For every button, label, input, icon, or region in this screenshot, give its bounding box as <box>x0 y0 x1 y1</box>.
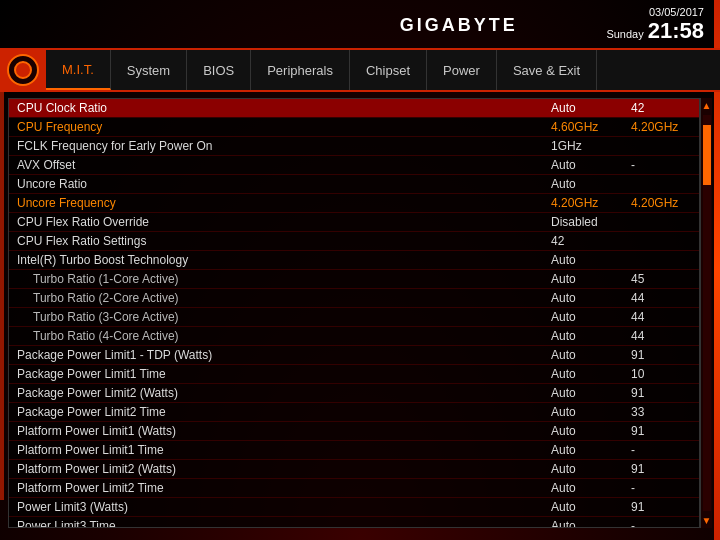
scrollbar-track[interactable] <box>703 115 711 511</box>
setting-label: Platform Power Limit2 (Watts) <box>17 462 551 476</box>
setting-value2: 4.20GHz <box>631 196 691 210</box>
setting-label: CPU Frequency <box>17 120 551 134</box>
setting-value1: Auto <box>551 329 631 343</box>
datetime: 03/05/2017 Sunday 21:58 <box>606 6 704 44</box>
setting-label: CPU Clock Ratio <box>17 101 551 115</box>
settings-row[interactable]: Turbo Ratio (2-Core Active)Auto44 <box>9 289 699 307</box>
setting-label: Turbo Ratio (4-Core Active) <box>17 329 551 343</box>
setting-value2: 45 <box>631 272 691 286</box>
settings-row[interactable]: Platform Power Limit1 TimeAuto- <box>9 441 699 459</box>
settings-container: CPU Clock RatioAuto42CPU Frequency4.60GH… <box>9 99 699 528</box>
settings-row[interactable]: Platform Power Limit1 (Watts)Auto91 <box>9 422 699 440</box>
settings-row[interactable]: Uncore Frequency4.20GHz4.20GHz <box>9 194 699 212</box>
nav-item-power[interactable]: Power <box>427 50 497 90</box>
navbar: M.I.T. System BIOS Peripherals Chipset P… <box>0 48 720 92</box>
settings-row[interactable]: Turbo Ratio (4-Core Active)Auto44 <box>9 327 699 345</box>
scroll-up-arrow[interactable]: ▲ <box>700 98 714 113</box>
setting-value2: - <box>631 519 691 528</box>
settings-row[interactable]: AVX OffsetAuto- <box>9 156 699 174</box>
nav-item-chipset[interactable]: Chipset <box>350 50 427 90</box>
setting-label: AVX Offset <box>17 158 551 172</box>
settings-row[interactable]: CPU Flex Ratio Settings42 <box>9 232 699 250</box>
setting-label: CPU Flex Ratio Settings <box>17 234 551 248</box>
setting-value1: Auto <box>551 443 631 457</box>
settings-row[interactable]: Platform Power Limit2 (Watts)Auto91 <box>9 460 699 478</box>
header: GIGABYTE 03/05/2017 Sunday 21:58 <box>0 0 720 44</box>
date-display: 03/05/2017 <box>606 6 704 18</box>
settings-row[interactable]: Turbo Ratio (1-Core Active)Auto45 <box>9 270 699 288</box>
setting-value2: 91 <box>631 348 691 362</box>
setting-value1: Auto <box>551 386 631 400</box>
scroll-down-arrow[interactable]: ▼ <box>700 513 714 528</box>
nav-item-peripherals[interactable]: Peripherals <box>251 50 350 90</box>
setting-value1: Auto <box>551 348 631 362</box>
setting-value2: 44 <box>631 310 691 324</box>
bottom-bar: Esc Back <box>0 534 720 540</box>
setting-value1: Auto <box>551 101 631 115</box>
setting-value1: Auto <box>551 272 631 286</box>
settings-row[interactable]: CPU Frequency4.60GHz4.20GHz <box>9 118 699 136</box>
scrollbar[interactable]: ▲ ▼ <box>700 98 712 528</box>
setting-value1: Auto <box>551 291 631 305</box>
settings-row[interactable]: FCLK Frequency for Early Power On1GHz <box>9 137 699 155</box>
setting-value1: Auto <box>551 158 631 172</box>
setting-label: Platform Power Limit1 Time <box>17 443 551 457</box>
settings-row[interactable]: Package Power Limit1 TimeAuto10 <box>9 365 699 383</box>
settings-row[interactable]: CPU Clock RatioAuto42 <box>9 99 699 117</box>
setting-value1: Auto <box>551 462 631 476</box>
main-content: CPU Clock RatioAuto42CPU Frequency4.60GH… <box>8 98 712 528</box>
setting-value2: - <box>631 481 691 495</box>
setting-value1: Auto <box>551 424 631 438</box>
setting-value1: Auto <box>551 177 631 191</box>
setting-value1: 42 <box>551 234 631 248</box>
settings-row[interactable]: Power Limit3 TimeAuto- <box>9 517 699 528</box>
setting-label: Uncore Frequency <box>17 196 551 210</box>
left-decoration <box>0 80 4 500</box>
nav-logo <box>0 50 46 90</box>
setting-label: Power Limit3 (Watts) <box>17 500 551 514</box>
settings-panel: CPU Clock RatioAuto42CPU Frequency4.60GH… <box>8 98 700 528</box>
settings-row[interactable]: Uncore RatioAuto <box>9 175 699 193</box>
setting-value2: 42 <box>631 101 691 115</box>
setting-value1: 4.60GHz <box>551 120 631 134</box>
settings-row[interactable]: CPU Flex Ratio OverrideDisabled <box>9 213 699 231</box>
settings-row[interactable]: Platform Power Limit2 TimeAuto- <box>9 479 699 497</box>
day-display: Sunday <box>606 28 643 40</box>
setting-value1: 4.20GHz <box>551 196 631 210</box>
setting-value2: 44 <box>631 291 691 305</box>
setting-label: Package Power Limit1 - TDP (Watts) <box>17 348 551 362</box>
settings-row[interactable]: Package Power Limit2 TimeAuto33 <box>9 403 699 421</box>
nav-item-bios[interactable]: BIOS <box>187 50 251 90</box>
settings-row[interactable]: Power Limit3 (Watts)Auto91 <box>9 498 699 516</box>
setting-label: Power Limit3 Time <box>17 519 551 528</box>
logo: GIGABYTE <box>311 15 606 36</box>
setting-value1: Auto <box>551 253 631 267</box>
setting-label: Platform Power Limit1 (Watts) <box>17 424 551 438</box>
setting-label: Package Power Limit2 (Watts) <box>17 386 551 400</box>
settings-row[interactable]: Intel(R) Turbo Boost TechnologyAuto <box>9 251 699 269</box>
setting-value2: 44 <box>631 329 691 343</box>
setting-label: Turbo Ratio (3-Core Active) <box>17 310 551 324</box>
nav-item-save-exit[interactable]: Save & Exit <box>497 50 597 90</box>
time-display: 21:58 <box>648 18 704 44</box>
nav-item-mit[interactable]: M.I.T. <box>46 50 111 90</box>
setting-value1: Auto <box>551 405 631 419</box>
setting-label: FCLK Frequency for Early Power On <box>17 139 551 153</box>
setting-label: Platform Power Limit2 Time <box>17 481 551 495</box>
setting-value2: 91 <box>631 424 691 438</box>
setting-value1: Auto <box>551 519 631 528</box>
setting-label: Turbo Ratio (1-Core Active) <box>17 272 551 286</box>
setting-value1: Auto <box>551 500 631 514</box>
setting-label: Package Power Limit1 Time <box>17 367 551 381</box>
setting-value2: 91 <box>631 500 691 514</box>
setting-value1: Auto <box>551 367 631 381</box>
setting-label: CPU Flex Ratio Override <box>17 215 551 229</box>
settings-row[interactable]: Package Power Limit1 - TDP (Watts)Auto91 <box>9 346 699 364</box>
setting-value1: Auto <box>551 481 631 495</box>
settings-row[interactable]: Turbo Ratio (3-Core Active)Auto44 <box>9 308 699 326</box>
nav-item-system[interactable]: System <box>111 50 187 90</box>
settings-row[interactable]: Package Power Limit2 (Watts)Auto91 <box>9 384 699 402</box>
setting-label: Package Power Limit2 Time <box>17 405 551 419</box>
scrollbar-thumb[interactable] <box>703 125 711 185</box>
setting-value1: Disabled <box>551 215 631 229</box>
